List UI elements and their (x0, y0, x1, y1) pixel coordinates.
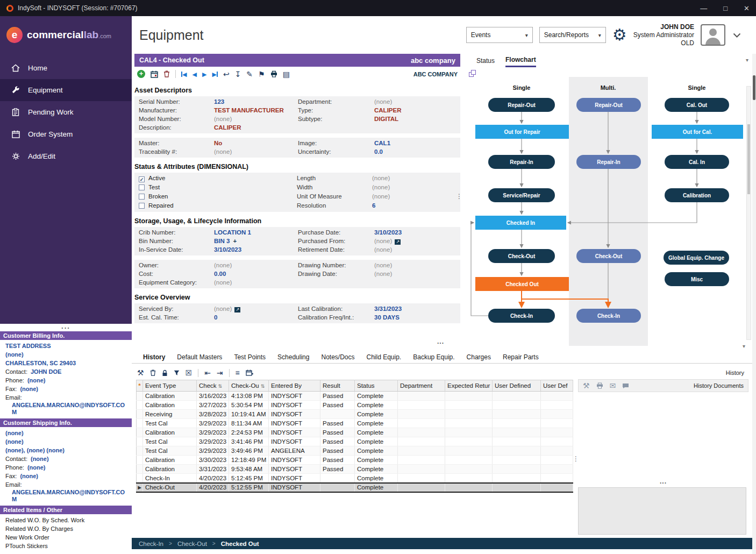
breadcrumb-item[interactable]: Check-In (139, 541, 163, 547)
delete-icon[interactable] (163, 70, 170, 77)
flow-node-out-for-repair[interactable]: Out for Repair (475, 125, 569, 139)
column-header[interactable]: Check⇅ (197, 380, 229, 392)
checkout-flag-icon[interactable]: ⚑ (258, 70, 265, 79)
last-record-icon[interactable]: ▶ (212, 70, 217, 79)
flow-node-repair-out-multi[interactable]: Repair-Out (576, 98, 641, 112)
checkbox-broken[interactable]: Broken (139, 192, 297, 201)
maximize-button[interactable]: □ (723, 4, 728, 12)
detail-tab[interactable]: Scheduling (272, 351, 315, 363)
close-button[interactable]: ✕ (744, 4, 750, 12)
calendar-edit-icon[interactable] (246, 370, 253, 377)
related-item-link[interactable]: Related W.O. By Sched. Work (5, 516, 126, 524)
panel-chevron-icon[interactable]: ▾ (743, 343, 745, 349)
history-row[interactable]: Calibration 3/29/2023 2:24:53 PM INDYSOF… (137, 428, 573, 437)
detail-tab[interactable]: Repair Parts (497, 351, 545, 363)
column-header[interactable]: Department (398, 380, 445, 392)
flow-node-check-in-multi[interactable]: Check-In (576, 309, 641, 323)
related-item-link[interactable]: PTouch Stickers (5, 542, 126, 550)
table-delete-icon[interactable]: ☒ (186, 368, 192, 377)
sort-icon[interactable]: ⇅ (261, 383, 265, 389)
history-row[interactable]: Test Cal 3/29/2023 3:49:46 PM ANGELENA P… (137, 446, 573, 456)
history-row[interactable]: Calibration 3/31/2023 9:53:48 AM INDYSOF… (137, 465, 573, 474)
flow-node-service-repair[interactable]: Service/Repair (488, 188, 555, 202)
sidebar-item-pending-work[interactable]: Pending Work (0, 101, 132, 123)
sidebar-item-add-edit[interactable]: Add/Edit (0, 145, 132, 167)
history-row[interactable]: Calibration 3/16/2023 4:13:08 PM INDYSOF… (137, 392, 573, 401)
flow-node-check-in-single[interactable]: Check-In (488, 309, 555, 323)
sidebar-item-order-system[interactable]: Order System (0, 123, 132, 145)
column-header[interactable]: Status (355, 380, 398, 392)
history-row[interactable]: Check-In 4/20/2023 5:12:45 PM INDYSOFT C… (137, 474, 573, 483)
detail-tab[interactable]: Charges (461, 351, 497, 363)
flow-node-cal-out[interactable]: Cal. Out (665, 98, 729, 112)
flow-node-check-out-multi[interactable]: Check-Out (576, 249, 641, 263)
breadcrumb-item[interactable]: Checked Out (221, 541, 259, 547)
section-more-handle[interactable]: ... (437, 338, 444, 345)
column-header[interactable]: Expected Retur (445, 380, 493, 392)
checkbox-active[interactable]: ✓Active (139, 174, 297, 183)
download-icon[interactable]: ↧ (235, 70, 241, 79)
lookup-icon[interactable]: ↗ (234, 307, 240, 312)
checkbox-icon[interactable] (139, 203, 145, 209)
detail-tab[interactable]: History (137, 351, 171, 363)
email-value[interactable]: ANGELENA.MARCIANO@INDYSOFT.COM (5, 489, 126, 503)
export-icon[interactable]: ⇥ (217, 368, 223, 377)
column-header[interactable]: Entered By (269, 380, 320, 392)
checkbox-test[interactable]: Test (139, 183, 297, 192)
flow-node-cal-in[interactable]: Cal. In (665, 155, 729, 169)
column-header[interactable]: Check-Ou⇅ (229, 380, 269, 392)
column-header[interactable]: User Defined (493, 380, 541, 392)
flow-node-misc[interactable]: Misc (665, 272, 729, 286)
calendar-icon[interactable] (151, 70, 158, 78)
sort-icon[interactable]: ⇅ (218, 383, 223, 389)
section-kebab-icon[interactable]: ⋮ (456, 193, 462, 200)
history-row[interactable]: Calibration 3/27/2023 5:30:54 PM INDYSOF… (137, 401, 573, 410)
flow-node-repair-out-single[interactable]: Repair-Out (488, 98, 555, 112)
mail-icon[interactable]: ✉ (610, 381, 616, 390)
undo-icon[interactable]: ↩ (223, 70, 230, 79)
lock-edit-icon[interactable] (162, 370, 168, 377)
first-record-icon[interactable]: ◀ (181, 70, 187, 79)
flow-node-checked-in[interactable]: Checked In (475, 216, 566, 230)
flow-node-repair-in-multi[interactable]: Repair-In (576, 155, 641, 169)
detail-tab[interactable]: Backup Equip. (407, 351, 460, 363)
detail-tab[interactable]: Notes/Docs (315, 351, 360, 363)
document-icon[interactable]: ▤ (283, 70, 290, 79)
user-menu-chevron-icon[interactable] (733, 33, 741, 38)
import-icon[interactable]: ⇤ (204, 368, 211, 377)
filter-icon[interactable] (174, 370, 180, 376)
checkbox-checked-icon[interactable]: ✓ (139, 176, 145, 182)
document-preview-area[interactable] (578, 487, 746, 535)
delete-icon[interactable] (150, 370, 156, 376)
flow-node-check-out-single[interactable]: Check-Out (488, 249, 555, 263)
panel-chevron-icon[interactable]: ▾ (746, 57, 748, 63)
next-record-icon[interactable]: ▶ (202, 70, 206, 79)
add-record-icon[interactable]: + (137, 70, 145, 78)
history-row[interactable]: Test Cal 3/29/2023 3:41:46 PM INDYSOFT P… (137, 437, 573, 446)
window-scrollbar[interactable] (752, 54, 756, 554)
flow-node-calibration[interactable]: Calibration (665, 188, 729, 202)
column-header[interactable]: User Def (541, 380, 573, 392)
checkbox-icon[interactable] (139, 184, 145, 190)
history-row[interactable]: Calibration 3/30/2023 12:18:49 PM INDYSO… (137, 456, 573, 465)
email-value[interactable]: ANGELENA.MARCIANO@INDYSOFT.COM (5, 402, 126, 416)
history-row[interactable]: Test Cal 3/29/2023 8:11:34 AM INDYSOFT P… (137, 419, 573, 428)
history-row[interactable]: ▶ Check-Out 4/20/2023 5:12:55 PM INDYSOF… (137, 483, 573, 492)
search-reports-dropdown[interactable]: Search/Reports ▾ (539, 27, 606, 43)
documents-more-handle[interactable]: ... (578, 478, 748, 485)
tab-flowchart[interactable]: Flowchart (505, 54, 536, 67)
related-item-link[interactable]: New Work Order (5, 533, 126, 542)
scrollbar-thumb[interactable] (747, 124, 750, 194)
tab-status[interactable]: Status (476, 54, 495, 67)
column-header[interactable]: Event Type (143, 380, 197, 392)
comment-icon[interactable] (622, 383, 629, 389)
tools-icon[interactable]: ⚒ (583, 381, 590, 390)
column-header[interactable]: Result (320, 380, 355, 392)
flow-node-repair-in-single[interactable]: Repair-In (488, 155, 555, 169)
print-icon[interactable] (270, 70, 277, 77)
checkbox-icon[interactable] (139, 194, 145, 200)
detail-tab[interactable]: Child Equip. (361, 351, 408, 363)
sidebar-item-home[interactable]: Home (0, 57, 132, 79)
flowchart-scrollbar[interactable] (746, 86, 751, 340)
add-bin-icon[interactable]: + (233, 238, 237, 244)
